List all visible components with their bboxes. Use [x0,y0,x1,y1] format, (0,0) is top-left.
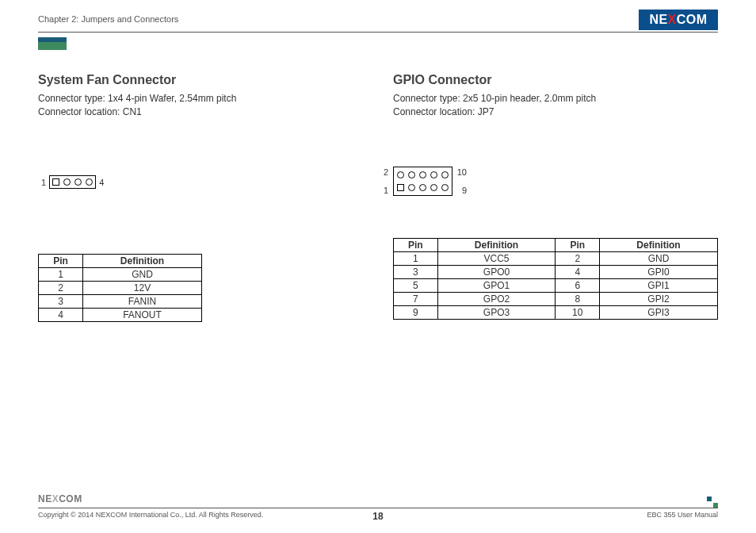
table-cell: 3 [394,265,438,278]
table-cell: 2 [39,281,83,294]
right-type-line: Connector type: 2x5 10-pin header, 2.0mm… [393,92,718,105]
table-cell: 4 [556,265,600,278]
table-cell: GND [600,251,718,265]
table-cell: 10 [556,305,600,319]
left-column: System Fan Connector Connector type: 1x4… [38,73,353,322]
table-row: 9GPO310GPI3 [394,305,718,319]
table-cell: 1 [39,267,83,281]
pin-circle-icon [419,171,426,178]
pin-circle-icon [397,171,404,178]
right-pin-table: Pin Definition Pin Definition 1VCC52GND3… [393,238,718,320]
th-pin: Pin [394,238,438,251]
doc-title: EBC 355 User Manual [647,511,718,519]
diag-label-4: 4 [99,178,104,187]
right-loc-line: Connector location: JP7 [393,105,718,119]
table-cell: 6 [556,278,600,292]
table-cell: GPI1 [600,278,718,292]
table-cell: 2 [556,251,600,265]
connector-2x5-box [393,167,452,196]
footer-decor-icon [707,497,718,508]
diag-label-9: 9 [462,186,467,195]
table-row: 1VCC52GND [394,251,718,265]
footer-logo: NEXCOM [38,493,82,504]
pin-circle-icon [63,178,71,186]
page-header: Chapter 2: Jumpers and Connectors NEXCOM [38,14,718,33]
table-row: 1GND [39,267,202,281]
table-row: 3GPO04GPI0 [394,265,718,278]
table-cell: GPI0 [600,265,718,278]
th-def2: Definition [600,238,718,251]
pin-circle-icon [430,184,437,191]
main-columns: System Fan Connector Connector type: 1x4… [38,73,718,322]
diag-label-10: 10 [457,167,467,177]
table-cell: 3 [39,294,83,308]
table-cell: GND [83,267,202,281]
pin-circle-icon [441,184,449,191]
connector-1x4-box [49,175,96,189]
pin-1-square-icon [397,184,404,191]
header-rule [38,32,718,33]
page-footer: NEXCOM Copyright © 2014 NEXCOM Internati… [38,508,718,519]
chapter-label: Chapter 2: Jumpers and Connectors [38,14,718,24]
page-tab-decor [38,42,67,50]
table-cell: FANIN [83,294,202,308]
table-row: 212V [39,281,202,294]
pin-circle-icon [86,178,93,186]
pin-circle-icon [430,171,437,178]
left-connector-diagram: 1 4 [38,174,353,206]
right-column: GPIO Connector Connector type: 2x5 10-pi… [393,73,718,322]
table-cell: GPO2 [437,292,556,305]
table-cell: 8 [556,292,600,305]
diag-label-1: 1 [41,178,46,187]
table-cell: VCC5 [437,251,556,265]
pin-circle-icon [419,184,426,191]
table-cell: 12V [83,281,202,294]
left-title: System Fan Connector [38,73,353,87]
table-cell: 1 [394,251,438,265]
right-title: GPIO Connector [393,73,718,87]
pin-circle-icon [74,178,82,186]
left-loc-line: Connector location: CN1 [38,105,353,119]
table-cell: 7 [394,292,438,305]
table-cell: GPO3 [437,305,556,319]
left-pin-table: Pin Definition 1GND212V3FANIN4FANOUT [38,254,202,322]
table-row: 3FANIN [39,294,202,308]
pin-circle-icon [408,171,415,178]
page-number: 18 [372,511,383,522]
diag-label-1b: 1 [384,186,388,195]
th-pin: Pin [39,254,83,267]
table-cell: GPI2 [600,292,718,305]
table-cell: GPO0 [437,265,556,278]
table-row: 4FANOUT [39,308,202,321]
th-def: Definition [83,254,202,267]
left-type-line: Connector type: 1x4 4-pin Wafer, 2.54mm … [38,92,353,105]
pin-1-square-icon [52,178,59,186]
table-cell: GPI3 [600,305,718,319]
copyright-text: Copyright © 2014 NEXCOM International Co… [38,511,263,519]
pin-circle-icon [408,184,415,191]
right-connector-diagram: 2 10 1 9 [393,167,718,198]
table-cell: 5 [394,278,438,292]
nexcom-logo: NEXCOM [639,10,718,30]
diag-label-2: 2 [384,167,388,177]
table-cell: GPO1 [437,278,556,292]
pin-circle-icon [441,171,449,178]
table-cell: FANOUT [83,308,202,321]
table-row: 7GPO28GPI2 [394,292,718,305]
table-cell: 9 [394,305,438,319]
table-cell: 4 [39,308,83,321]
th-def: Definition [437,238,556,251]
table-row: 5GPO16GPI1 [394,278,718,292]
th-pin2: Pin [556,238,600,251]
